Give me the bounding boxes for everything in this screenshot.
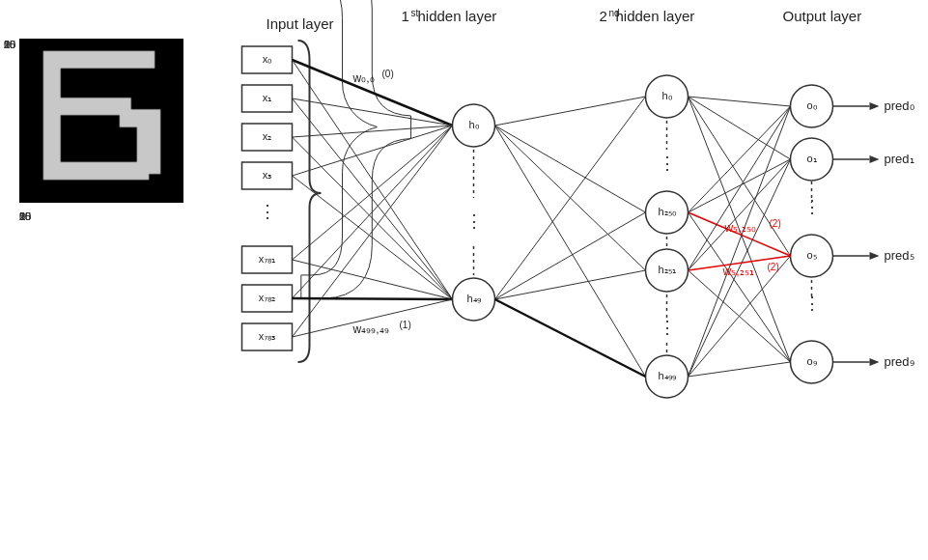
edge-h499-o0 xyxy=(689,106,791,377)
pred5-label: pred₅ xyxy=(885,248,914,263)
edge-h49-h250 xyxy=(495,212,646,299)
out-node-o5-label: o₅ xyxy=(806,249,816,261)
hidden2-layer-title: 2 xyxy=(600,8,607,24)
h2-node-h251-label: h₂₅₁ xyxy=(658,264,675,275)
input-x783-label: x₇₈₃ xyxy=(259,330,276,342)
weight-w2-label: w₄₉₉,₄₉ xyxy=(352,322,389,336)
weight-w3-sup: (2) xyxy=(770,218,781,229)
out-dots1: ⋮ xyxy=(803,197,821,216)
input-x782-label: x₇₈₂ xyxy=(259,292,276,303)
weight-w4-label: w₅,₂₅₁ xyxy=(722,265,754,278)
x-axis-25: 25 xyxy=(19,210,31,222)
h2-node-h499-label: h₄₉₉ xyxy=(658,370,675,381)
edge-h250-o1 xyxy=(689,159,791,212)
h2-node-h0-label: h₀ xyxy=(661,90,672,101)
edge-x782-h49-bold xyxy=(293,298,453,299)
input-x1-label: x₁ xyxy=(263,92,272,103)
edge-h250-o0 xyxy=(689,106,791,212)
pred0-arrowhead xyxy=(870,102,880,110)
pred9-label: pred₉ xyxy=(885,354,914,369)
weight-w2-sup: (1) xyxy=(400,320,411,330)
weight-w4-sup: (2) xyxy=(768,262,779,272)
input-x781-label: x₇₈₁ xyxy=(259,253,276,265)
h1-node-h0-label: h₀ xyxy=(468,119,479,130)
weight-w3-label: w₅,₂₅₀ xyxy=(724,221,756,235)
edge-h49-h499-bold xyxy=(495,299,646,377)
edge-h0_2-o0 xyxy=(689,97,791,106)
input-dots: ⋮ xyxy=(259,202,276,221)
pred9-arrowhead xyxy=(870,358,880,366)
input-x3-label: x₃ xyxy=(263,169,272,181)
out-node-o0-label: o₀ xyxy=(806,99,817,111)
weight-w1-label: w₀,₀ xyxy=(352,71,375,85)
edge-h0-h250 xyxy=(495,126,646,212)
nn-panel: Input layer 1 st hidden layer 2 nd hidde… xyxy=(212,0,928,560)
output-layer-title: Output layer xyxy=(783,8,862,24)
h2-dots2: ⋮ xyxy=(659,318,676,337)
h2-dots1: ⋮ xyxy=(659,154,676,173)
h1-node-h49-label: h₄₉ xyxy=(466,293,480,304)
edge-h0_2-o1 xyxy=(689,97,791,159)
input-x0-label: x₀ xyxy=(263,53,273,65)
edge-h499-o9 xyxy=(689,362,791,377)
hidden2-label2: hidden layer xyxy=(616,8,695,24)
input-x2-label: x₂ xyxy=(263,130,272,142)
image-panel: 0 5 10 15 20 25 0 5 10 15 20 25 xyxy=(0,0,212,560)
nn-svg: Input layer 1 st hidden layer 2 nd hidde… xyxy=(212,0,928,560)
edge-h251-o0 xyxy=(689,106,791,270)
out-node-o9-label: o₉ xyxy=(806,355,816,367)
pred1-arrowhead xyxy=(870,155,880,163)
out-node-o1-label: o₁ xyxy=(806,153,816,164)
y-axis-25: 25 xyxy=(4,39,15,50)
edge-h0-h0_2 xyxy=(495,97,646,126)
main-container: 0 5 10 15 20 25 0 5 10 15 20 25 Input la… xyxy=(0,0,928,560)
h2-node-h250-label: h₂₅₀ xyxy=(658,206,676,217)
edge-h49-h251 xyxy=(495,270,646,299)
pred0-label: pred₀ xyxy=(885,98,914,113)
brace: } xyxy=(295,0,418,302)
weight-w1-sup: (0) xyxy=(382,69,394,79)
edge-h49-h0_2 xyxy=(495,97,646,299)
digit-canvas xyxy=(19,39,183,203)
pred1-label: pred₁ xyxy=(885,152,914,166)
hidden1-layer-title2: hidden layer xyxy=(418,8,497,24)
h1-dots: ⋮ xyxy=(465,211,483,231)
pred5-arrowhead xyxy=(870,252,880,260)
